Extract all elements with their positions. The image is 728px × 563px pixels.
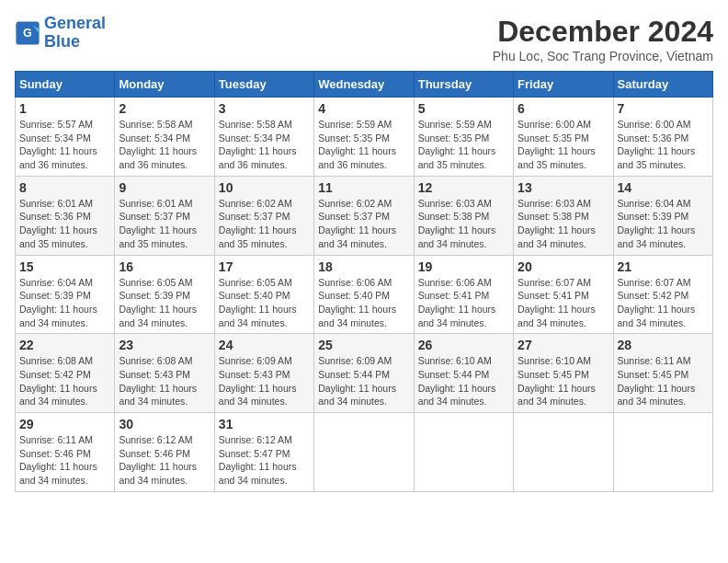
day-info: Sunrise: 6:06 AM Sunset: 5:40 PM Dayligh… <box>318 276 409 330</box>
calendar-cell: 4 Sunrise: 5:59 AM Sunset: 5:35 PM Dayli… <box>314 98 414 177</box>
calendar-cell: 24 Sunrise: 6:09 AM Sunset: 5:43 PM Dayl… <box>214 334 313 413</box>
day-info: Sunrise: 6:06 AM Sunset: 5:41 PM Dayligh… <box>418 276 509 330</box>
day-number: 14 <box>618 180 709 195</box>
day-info: Sunrise: 6:08 AM Sunset: 5:43 PM Dayligh… <box>119 354 210 408</box>
day-number: 4 <box>318 101 409 116</box>
week-row-1: 1 Sunrise: 5:57 AM Sunset: 5:34 PM Dayli… <box>16 98 713 177</box>
day-number: 29 <box>19 417 110 431</box>
logo-line1: General <box>44 14 106 32</box>
day-header-sunday: Sunday <box>16 72 115 98</box>
day-info: Sunrise: 6:07 AM Sunset: 5:41 PM Dayligh… <box>518 276 609 330</box>
calendar-cell: 10 Sunrise: 6:02 AM Sunset: 5:37 PM Dayl… <box>214 176 313 255</box>
day-number: 30 <box>119 417 210 431</box>
day-number: 9 <box>119 180 210 195</box>
day-info: Sunrise: 6:01 AM Sunset: 5:37 PM Dayligh… <box>119 197 210 251</box>
page-header: G General Blue December 2024 Phu Loc, So… <box>15 15 713 63</box>
calendar-cell: 6 Sunrise: 6:00 AM Sunset: 5:35 PM Dayli… <box>514 98 613 177</box>
day-number: 6 <box>518 101 609 116</box>
logo: G General Blue <box>15 15 106 52</box>
day-info: Sunrise: 6:09 AM Sunset: 5:43 PM Dayligh… <box>219 354 310 408</box>
day-header-wednesday: Wednesday <box>314 72 414 98</box>
day-info: Sunrise: 6:04 AM Sunset: 5:39 PM Dayligh… <box>618 197 709 251</box>
calendar-cell <box>414 413 513 492</box>
day-header-saturday: Saturday <box>613 72 712 98</box>
day-header-friday: Friday <box>514 72 613 98</box>
calendar-cell: 28 Sunrise: 6:11 AM Sunset: 5:45 PM Dayl… <box>613 334 712 413</box>
day-info: Sunrise: 6:12 AM Sunset: 5:47 PM Dayligh… <box>219 433 310 488</box>
week-row-2: 8 Sunrise: 6:01 AM Sunset: 5:36 PM Dayli… <box>16 176 713 255</box>
day-number: 15 <box>19 259 110 274</box>
day-info: Sunrise: 5:59 AM Sunset: 5:35 PM Dayligh… <box>318 118 409 172</box>
day-info: Sunrise: 6:03 AM Sunset: 5:38 PM Dayligh… <box>518 197 609 251</box>
calendar-cell: 2 Sunrise: 5:58 AM Sunset: 5:34 PM Dayli… <box>115 98 214 177</box>
calendar-cell: 31 Sunrise: 6:12 AM Sunset: 5:47 PM Dayl… <box>214 413 313 492</box>
day-info: Sunrise: 6:02 AM Sunset: 5:37 PM Dayligh… <box>219 197 310 251</box>
day-info: Sunrise: 6:04 AM Sunset: 5:39 PM Dayligh… <box>19 276 110 330</box>
day-number: 1 <box>19 101 110 116</box>
calendar-cell <box>514 413 613 492</box>
day-info: Sunrise: 6:11 AM Sunset: 5:45 PM Dayligh… <box>618 354 709 408</box>
calendar-cell: 5 Sunrise: 5:59 AM Sunset: 5:35 PM Dayli… <box>414 98 513 177</box>
calendar-cell: 12 Sunrise: 6:03 AM Sunset: 5:38 PM Dayl… <box>414 176 513 255</box>
day-number: 28 <box>618 338 709 352</box>
logo-text: General Blue <box>44 15 106 52</box>
calendar-cell: 18 Sunrise: 6:06 AM Sunset: 5:40 PM Dayl… <box>314 255 414 334</box>
day-info: Sunrise: 6:00 AM Sunset: 5:36 PM Dayligh… <box>618 118 709 172</box>
calendar-cell: 1 Sunrise: 5:57 AM Sunset: 5:34 PM Dayli… <box>16 98 115 177</box>
calendar-body: 1 Sunrise: 5:57 AM Sunset: 5:34 PM Dayli… <box>16 98 713 492</box>
calendar-cell: 3 Sunrise: 5:58 AM Sunset: 5:34 PM Dayli… <box>214 98 313 177</box>
calendar-cell: 25 Sunrise: 6:09 AM Sunset: 5:44 PM Dayl… <box>314 334 414 413</box>
day-number: 24 <box>219 338 310 352</box>
day-number: 7 <box>618 101 709 116</box>
day-number: 25 <box>318 338 409 352</box>
logo-line2: Blue <box>44 32 80 51</box>
day-info: Sunrise: 6:01 AM Sunset: 5:36 PM Dayligh… <box>19 197 110 251</box>
calendar-cell: 22 Sunrise: 6:08 AM Sunset: 5:42 PM Dayl… <box>16 334 115 413</box>
day-number: 21 <box>618 259 709 274</box>
calendar-cell: 29 Sunrise: 6:11 AM Sunset: 5:46 PM Dayl… <box>16 413 115 492</box>
day-info: Sunrise: 6:09 AM Sunset: 5:44 PM Dayligh… <box>318 354 409 408</box>
svg-text:G: G <box>23 27 32 40</box>
calendar-cell: 13 Sunrise: 6:03 AM Sunset: 5:38 PM Dayl… <box>514 176 613 255</box>
calendar-cell: 14 Sunrise: 6:04 AM Sunset: 5:39 PM Dayl… <box>613 176 712 255</box>
day-number: 20 <box>518 259 609 274</box>
calendar: SundayMondayTuesdayWednesdayThursdayFrid… <box>15 71 713 492</box>
day-number: 27 <box>518 338 609 352</box>
day-header-thursday: Thursday <box>414 72 513 98</box>
day-info: Sunrise: 5:58 AM Sunset: 5:34 PM Dayligh… <box>219 118 310 172</box>
calendar-header-row: SundayMondayTuesdayWednesdayThursdayFrid… <box>16 72 713 98</box>
day-info: Sunrise: 5:57 AM Sunset: 5:34 PM Dayligh… <box>19 118 110 172</box>
day-info: Sunrise: 6:02 AM Sunset: 5:37 PM Dayligh… <box>318 197 409 251</box>
day-number: 11 <box>318 180 409 195</box>
day-header-tuesday: Tuesday <box>214 72 313 98</box>
day-number: 26 <box>418 338 509 352</box>
day-number: 31 <box>219 417 310 431</box>
calendar-cell: 26 Sunrise: 6:10 AM Sunset: 5:44 PM Dayl… <box>414 334 513 413</box>
day-number: 3 <box>219 101 310 116</box>
day-number: 12 <box>418 180 509 195</box>
title-area: December 2024 Phu Loc, Soc Trang Provinc… <box>493 15 713 63</box>
day-number: 8 <box>19 180 110 195</box>
day-info: Sunrise: 5:59 AM Sunset: 5:35 PM Dayligh… <box>418 118 509 172</box>
day-info: Sunrise: 6:00 AM Sunset: 5:35 PM Dayligh… <box>518 118 609 172</box>
day-info: Sunrise: 6:12 AM Sunset: 5:46 PM Dayligh… <box>119 433 210 488</box>
calendar-cell: 20 Sunrise: 6:07 AM Sunset: 5:41 PM Dayl… <box>514 255 613 334</box>
day-info: Sunrise: 6:05 AM Sunset: 5:39 PM Dayligh… <box>119 276 210 330</box>
day-info: Sunrise: 6:10 AM Sunset: 5:44 PM Dayligh… <box>418 354 509 408</box>
week-row-5: 29 Sunrise: 6:11 AM Sunset: 5:46 PM Dayl… <box>16 413 713 492</box>
day-info: Sunrise: 6:07 AM Sunset: 5:42 PM Dayligh… <box>618 276 709 330</box>
calendar-cell: 27 Sunrise: 6:10 AM Sunset: 5:45 PM Dayl… <box>514 334 613 413</box>
day-number: 23 <box>119 338 210 352</box>
day-number: 18 <box>318 259 409 274</box>
day-header-monday: Monday <box>115 72 214 98</box>
day-info: Sunrise: 5:58 AM Sunset: 5:34 PM Dayligh… <box>119 118 210 172</box>
day-number: 10 <box>219 180 310 195</box>
calendar-cell: 19 Sunrise: 6:06 AM Sunset: 5:41 PM Dayl… <box>414 255 513 334</box>
calendar-cell <box>314 413 414 492</box>
day-number: 19 <box>418 259 509 274</box>
calendar-cell: 15 Sunrise: 6:04 AM Sunset: 5:39 PM Dayl… <box>16 255 115 334</box>
day-number: 16 <box>119 259 210 274</box>
calendar-cell: 7 Sunrise: 6:00 AM Sunset: 5:36 PM Dayli… <box>613 98 712 177</box>
day-number: 2 <box>119 101 210 116</box>
calendar-cell: 16 Sunrise: 6:05 AM Sunset: 5:39 PM Dayl… <box>115 255 214 334</box>
